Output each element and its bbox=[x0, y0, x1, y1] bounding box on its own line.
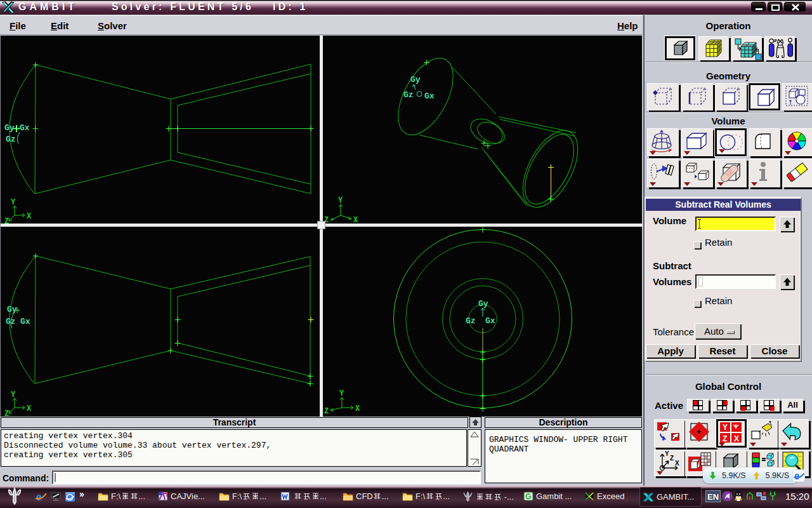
svg-text:Gx: Gx bbox=[485, 316, 495, 326]
svg-text:X: X bbox=[27, 212, 32, 221]
svg-text:Gz: Gz bbox=[466, 316, 476, 326]
svg-text:e: e bbox=[36, 490, 41, 502]
svg-text:Gy: Gy bbox=[410, 75, 421, 84]
svg-text:G: G bbox=[525, 492, 531, 501]
svg-text:Y: Y bbox=[339, 389, 344, 398]
svg-text:Gz: Gz bbox=[6, 135, 16, 144]
svg-text:Z: Z bbox=[4, 217, 9, 224]
svg-text:Z: Z bbox=[4, 410, 9, 417]
svg-text:Gx: Gx bbox=[20, 317, 30, 326]
svg-text:Y: Y bbox=[11, 198, 16, 207]
svg-text:Gx: Gx bbox=[20, 123, 30, 133]
svg-text:Z: Z bbox=[670, 455, 674, 462]
svg-text:X: X bbox=[675, 460, 679, 467]
svg-text:Gy: Gy bbox=[4, 123, 15, 133]
svg-text:Gz: Gz bbox=[403, 90, 414, 100]
svg-text:Gy: Gy bbox=[478, 299, 488, 309]
svg-text:X: X bbox=[27, 404, 32, 413]
svg-text:e: e bbox=[794, 470, 799, 481]
svg-text:Y: Y bbox=[723, 423, 728, 432]
svg-text:Gx: Gx bbox=[424, 91, 435, 101]
svg-text:Y: Y bbox=[338, 196, 343, 205]
svg-text:Z: Z bbox=[324, 407, 329, 416]
svg-text:X: X bbox=[734, 434, 739, 443]
svg-text:X: X bbox=[353, 216, 358, 224]
svg-text:X: X bbox=[355, 404, 360, 413]
svg-text:Y: Y bbox=[665, 450, 669, 457]
svg-text:Gy: Gy bbox=[7, 305, 17, 314]
svg-text:Z: Z bbox=[723, 434, 727, 443]
svg-text:Y: Y bbox=[11, 391, 16, 399]
